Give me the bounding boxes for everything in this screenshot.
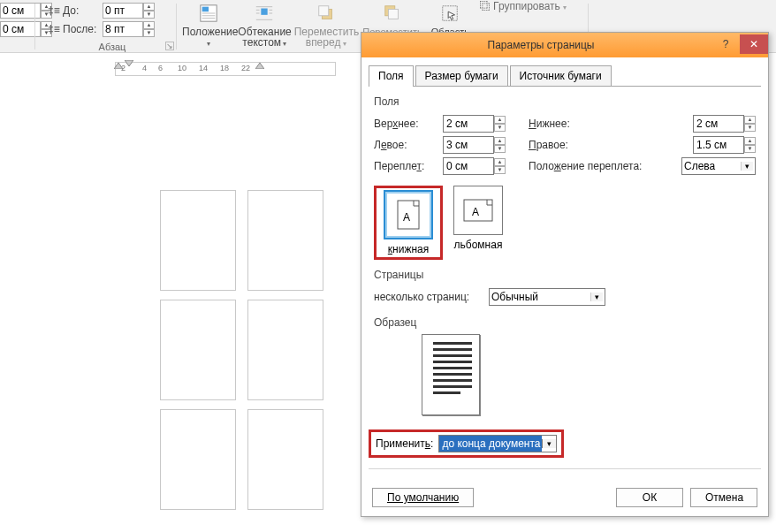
pages-section: Страницы несколько страниц: Обычный▾ — [374, 269, 756, 308]
left-margin-input[interactable] — [443, 136, 494, 154]
selection-pane-icon — [427, 0, 473, 27]
bottom-margin-spinner[interactable]: ▲▼ — [744, 116, 756, 132]
preview-section-title: Образец — [374, 316, 756, 329]
gutter-position-select[interactable]: Слева▾ — [681, 157, 756, 175]
multiple-pages-select[interactable]: Обычный▾ — [489, 288, 605, 306]
page-setup-dialog: Параметры страницы ? ✕ Поля Размер бумаг… — [361, 32, 769, 517]
tab-paper-size[interactable]: Размер бумаги — [415, 65, 508, 87]
set-default-button[interactable]: По умолчанию — [372, 488, 474, 507]
page-thumb[interactable] — [160, 190, 236, 291]
margins-section-title: Поля — [374, 95, 756, 108]
right-indent-marker[interactable] — [255, 60, 264, 69]
landscape-icon: A — [453, 186, 503, 235]
right-margin-label: Правое: — [529, 139, 582, 151]
page-thumb[interactable] — [247, 190, 323, 291]
send-backward-icon — [361, 0, 424, 27]
dialog-title: Параметры страницы — [370, 39, 711, 51]
left-margin-label: Левое: — [374, 139, 443, 151]
bring-forward-icon — [294, 0, 358, 27]
bring-forward-button[interactable]: Переместить вперед ▾ — [294, 0, 358, 49]
pages-section-title: Страницы — [374, 269, 756, 281]
apply-to-select[interactable]: до конца документа ▾ — [438, 435, 557, 452]
tab-fields[interactable]: Поля — [369, 65, 414, 87]
svg-text:A: A — [403, 211, 410, 224]
top-margin-input[interactable] — [443, 115, 494, 133]
spacing-after-spinner[interactable]: ▲▼ — [143, 21, 155, 37]
svg-text:A: A — [472, 206, 479, 218]
indent-left-input[interactable] — [0, 3, 41, 19]
page-thumb[interactable] — [247, 409, 323, 510]
first-line-indent-marker[interactable] — [125, 60, 133, 69]
chevron-down-icon: ▾ — [741, 162, 753, 171]
page-thumbnails — [156, 186, 328, 514]
bottom-margin-label: Нижнее: — [529, 118, 582, 130]
svg-rect-5 — [262, 9, 268, 15]
wrap-text-icon — [238, 0, 291, 27]
bottom-margin-input[interactable] — [693, 115, 744, 133]
apply-to-label: Применить: — [376, 437, 433, 450]
orientation-landscape[interactable]: A льбомная — [448, 186, 508, 260]
gutter-spinner[interactable]: ▲▼ — [494, 158, 506, 174]
close-button[interactable]: ✕ — [740, 34, 768, 54]
position-icon — [182, 0, 235, 27]
margins-section: Поля Верхнее: ▲▼ Нижнее: ▲▼ Левое: ▲▼ Пр… — [374, 95, 756, 177]
page-thumb[interactable] — [247, 300, 323, 400]
orientation-section: A книжная A льбомная — [374, 186, 756, 260]
svg-rect-15 — [388, 9, 398, 19]
paragraph-dialog-launcher[interactable]: ↘ — [165, 42, 174, 50]
multiple-pages-label: несколько страниц: — [374, 291, 489, 303]
highlight-orientation: A книжная — [374, 186, 443, 260]
svg-marker-19 — [255, 63, 264, 69]
right-margin-input[interactable] — [693, 136, 744, 154]
chevron-down-icon: ▾ — [542, 439, 556, 448]
indent-right-input[interactable] — [0, 21, 41, 37]
page-preview — [422, 334, 480, 415]
dialog-buttons: По умолчанию ОК Отмена — [372, 488, 757, 507]
highlight-apply: Применить: до конца документа ▾ — [369, 429, 564, 458]
gutter-input[interactable] — [443, 157, 494, 175]
preview-section: Образец — [374, 316, 756, 415]
spacing-before-spinner[interactable]: ▲▼ — [143, 3, 155, 19]
indent-group: ▲▼ ▲▼ — [0, 0, 35, 52]
group-icon: ⿻ — [480, 0, 491, 12]
group-button[interactable]: ⿻ Группировать ▾ — [480, 0, 567, 12]
cancel-button[interactable]: Отмена — [690, 488, 757, 507]
horizontal-ruler[interactable]: 2 4 6 10 14 18 22 — [115, 62, 336, 76]
position-button[interactable]: Положение▾ — [182, 0, 235, 49]
top-margin-label: Верхнее: — [374, 118, 443, 130]
portrait-icon: A — [384, 190, 433, 239]
wrap-text-button[interactable]: Обтекание текстом ▾ — [238, 0, 291, 49]
paragraph-group: ‡≡ До:▲▼ ‡≡ После:▲▼ Абзац ↘ — [48, 0, 177, 52]
svg-rect-13 — [318, 6, 328, 16]
paragraph-group-label: Абзац — [48, 42, 177, 52]
gutter-position-label: Положение переплета: — [529, 160, 661, 172]
spacing-before-input[interactable] — [103, 3, 143, 19]
svg-rect-1 — [202, 7, 209, 12]
left-margin-spinner[interactable]: ▲▼ — [494, 137, 506, 153]
page-thumb[interactable] — [160, 409, 236, 510]
spacing-after-input[interactable] — [103, 21, 143, 37]
orientation-portrait[interactable]: A книжная — [378, 190, 438, 255]
dialog-titlebar[interactable]: Параметры страницы ? ✕ — [361, 33, 768, 57]
gutter-label: Переплет: — [374, 160, 443, 172]
right-margin-spinner[interactable]: ▲▼ — [744, 137, 756, 153]
tab-paper-source[interactable]: Источник бумаги — [510, 65, 612, 87]
svg-marker-18 — [125, 60, 133, 66]
page-thumb[interactable] — [160, 300, 236, 400]
chevron-down-icon: ▾ — [590, 293, 603, 301]
apply-to-row: Применить: до конца документа ▾ — [369, 429, 761, 458]
dialog-tabs: Поля Размер бумаги Источник бумаги — [369, 65, 761, 86]
top-margin-spinner[interactable]: ▲▼ — [494, 116, 506, 132]
ok-button[interactable]: ОК — [616, 488, 683, 507]
help-button[interactable]: ? — [711, 34, 740, 54]
